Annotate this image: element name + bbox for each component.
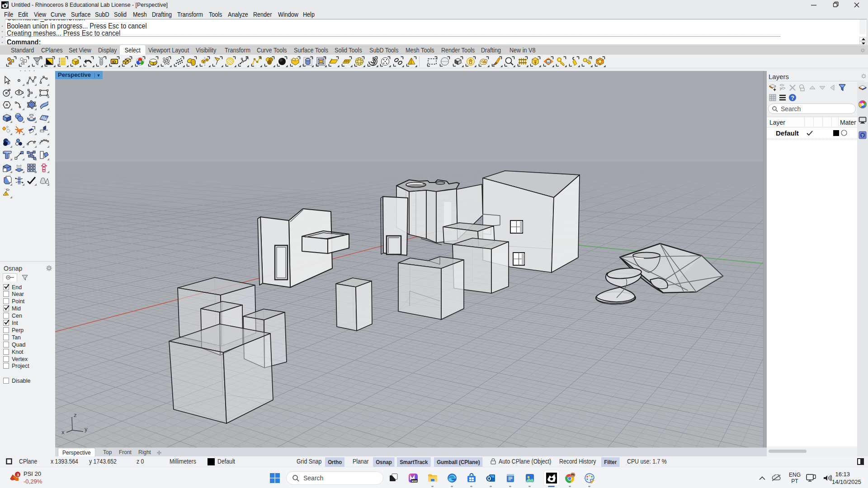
svg-text:ID: ID (112, 60, 116, 64)
svg-text:y: y (85, 426, 88, 432)
svg-text:8: 8 (6, 2, 8, 5)
svg-text:?: ? (861, 133, 864, 138)
svg-text:M365: M365 (411, 480, 417, 483)
svg-text:x: x (61, 429, 65, 436)
svg-text:z: z (74, 412, 77, 418)
svg-text:?: ? (791, 95, 794, 101)
svg-text:3: 3 (17, 472, 19, 477)
svg-text:8: 8 (553, 474, 556, 478)
svg-text:V: V (534, 61, 537, 65)
